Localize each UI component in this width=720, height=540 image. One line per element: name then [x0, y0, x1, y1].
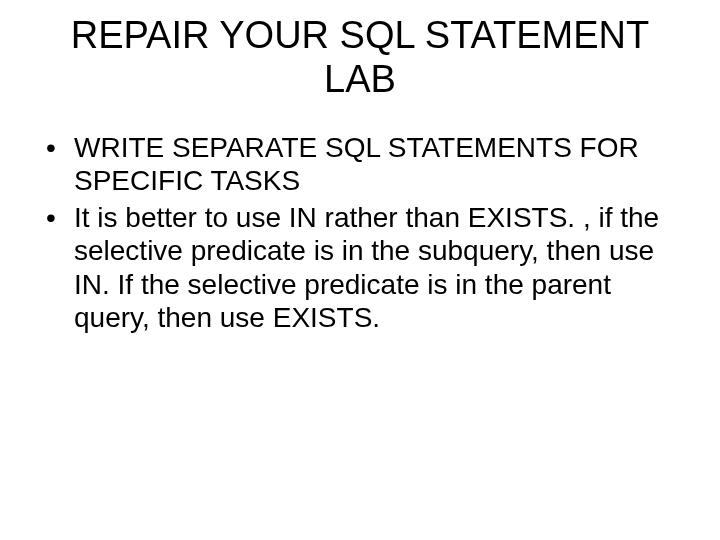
list-item: It is better to use IN rather than EXIST…	[40, 201, 670, 333]
list-item: WRITE SEPARATE SQL STATEMENTS FOR SPECIF…	[40, 131, 670, 197]
bullet-text: WRITE SEPARATE SQL STATEMENTS FOR SPECIF…	[74, 132, 639, 196]
slide: REPAIR YOUR SQL STATEMENT LAB WRITE SEPA…	[0, 0, 720, 540]
slide-title: REPAIR YOUR SQL STATEMENT LAB	[30, 14, 690, 101]
bullet-text: It is better to use IN rather than EXIST…	[74, 202, 659, 332]
bullet-list: WRITE SEPARATE SQL STATEMENTS FOR SPECIF…	[30, 131, 690, 333]
